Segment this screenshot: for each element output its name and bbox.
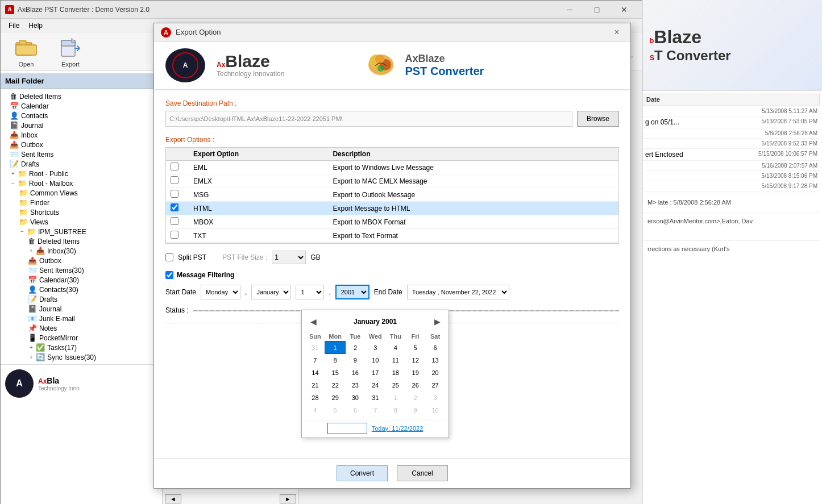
export-row-msg[interactable]: MSG Export to Outlook Message [166, 188, 618, 202]
cal-day-31[interactable]: 31 [365, 391, 385, 404]
menu-help[interactable]: Help [24, 20, 47, 31]
folder-item-outbox[interactable]: 📤 Outbox [1, 140, 162, 149]
pst-size-select[interactable]: 1 [272, 251, 306, 264]
cal-day-30[interactable]: 30 [345, 391, 365, 404]
folder-item-inbox[interactable]: 📥 Inbox [1, 130, 162, 140]
cal-today-input[interactable] [327, 423, 367, 434]
cal-day-12[interactable]: 12 [405, 354, 425, 366]
cal-day-14[interactable]: 14 [305, 366, 325, 379]
cal-day-3-next[interactable]: 3 [425, 391, 445, 404]
cal-day-3[interactable]: 3 [365, 341, 385, 354]
check-mbox[interactable] [171, 217, 178, 225]
cal-day-22[interactable]: 22 [325, 379, 346, 391]
start-year-select[interactable]: 2001 [335, 285, 370, 299]
cal-day-2[interactable]: 2 [345, 341, 365, 354]
expand-ipm[interactable]: − [19, 228, 26, 235]
cal-day-15[interactable]: 15 [325, 366, 346, 379]
export-row-eml[interactable]: EML Export to Windows Live Message [166, 161, 618, 174]
folder-item-cal30[interactable]: 📅 Calendar(30) [1, 275, 162, 285]
file-nav-next[interactable]: ► [280, 494, 296, 503]
folder-item-sent[interactable]: 📨 Sent Items [1, 149, 162, 159]
export-row-emlx[interactable]: EMLX Export to MAC EMLX Message [166, 174, 618, 188]
folder-item-sent30[interactable]: 📨 Sent Items(30) [1, 265, 162, 275]
check-html[interactable] [171, 203, 178, 211]
start-month-select[interactable]: January [251, 285, 291, 299]
cal-day-23[interactable]: 23 [345, 379, 365, 391]
folder-item-outbox2[interactable]: 📤 Outbox [1, 256, 162, 265]
folder-item-deleted-2[interactable]: 🗑 Deleted Items [1, 236, 162, 246]
dialog-close-button[interactable]: × [610, 26, 624, 39]
cal-day-2-next[interactable]: 2 [405, 391, 425, 404]
browse-button[interactable]: Browse [577, 111, 619, 127]
cal-today-button[interactable]: Today: 11/22/2022 [372, 425, 424, 432]
cal-day-6-next[interactable]: 6 [345, 404, 365, 416]
cal-day-5[interactable]: 5 [405, 341, 425, 354]
maximize-button[interactable]: □ [584, 1, 610, 18]
cal-day-27[interactable]: 27 [425, 379, 445, 391]
folder-item-journal2[interactable]: 📓 Journal [1, 304, 162, 314]
cal-day-1-next[interactable]: 1 [385, 391, 405, 404]
cal-day-26[interactable]: 26 [405, 379, 425, 391]
folder-item-drafts2[interactable]: 📝 Drafts [1, 294, 162, 304]
start-day-select[interactable]: Monday [201, 285, 240, 299]
cal-day-6[interactable]: 6 [425, 341, 445, 354]
folder-item-pocketmirror[interactable]: 📱 PocketMirror [1, 333, 162, 343]
expand-sync30[interactable]: + [28, 354, 35, 361]
cal-day-8[interactable]: 8 [325, 354, 346, 366]
export-row-txt[interactable]: TXT Export to Text Format [166, 229, 618, 243]
folder-item-deleted[interactable]: 🗑 Deleted Items [1, 91, 162, 101]
message-filter-checkbox[interactable] [165, 271, 173, 279]
folder-item-drafts[interactable]: 📝 Drafts [1, 159, 162, 169]
cal-day-9-next[interactable]: 9 [405, 404, 425, 416]
open-button[interactable]: Open [10, 33, 43, 70]
cal-day-20[interactable]: 20 [425, 366, 445, 379]
cal-day-17[interactable]: 17 [365, 366, 385, 379]
file-nav-prev[interactable]: ◄ [165, 494, 181, 503]
folder-item-common-views[interactable]: 📁 Common Views [1, 188, 162, 198]
expand-tasks17[interactable]: + [28, 344, 35, 351]
folder-item-contacts30[interactable]: 👤 Contacts(30) [1, 285, 162, 294]
cal-day-29[interactable]: 29 [325, 391, 346, 404]
folder-item-calendar[interactable]: 📅 Calendar [1, 101, 162, 111]
expand-inbox30[interactable]: + [28, 248, 35, 255]
export-row-rtf[interactable]: RTF Export to Rich Text Format [166, 243, 618, 244]
expand-root-public[interactable]: + [10, 170, 16, 177]
cal-day-28[interactable]: 28 [305, 391, 325, 404]
cal-day-13[interactable]: 13 [425, 354, 445, 366]
expand-root-mailbox[interactable]: − [10, 180, 16, 187]
cal-day-18[interactable]: 18 [385, 366, 405, 379]
cal-prev-button[interactable]: ◀ [308, 316, 319, 327]
cal-day-11[interactable]: 11 [385, 354, 405, 366]
folder-item-journal[interactable]: 📓 Journal [1, 120, 162, 130]
export-button[interactable]: Export [54, 33, 87, 70]
end-date-select[interactable]: Tuesday , November 22, 2022 [407, 285, 509, 299]
folder-item-finder[interactable]: 📁 Finder [1, 198, 162, 207]
cal-day-10[interactable]: 10 [365, 354, 385, 366]
start-daynum-select[interactable]: 1 [296, 285, 324, 299]
folder-item-ipm-subtree[interactable]: − 📁 IPM_SUBTREE [1, 227, 162, 236]
cal-day-10-next[interactable]: 10 [425, 404, 445, 416]
cal-day-8-next[interactable]: 8 [385, 404, 405, 416]
cal-day-25[interactable]: 25 [385, 379, 405, 391]
cal-next-button[interactable]: ▶ [431, 316, 443, 327]
folder-item-shortcuts[interactable]: 📁 Shortcuts [1, 207, 162, 217]
cal-day-7-next[interactable]: 7 [365, 404, 385, 416]
folder-item-junk[interactable]: 📧 Junk E-mail [1, 314, 162, 323]
cal-day-5-next[interactable]: 5 [325, 404, 346, 416]
folder-item-root-public[interactable]: + 📁 Root - Public [1, 169, 162, 178]
folder-item-inbox30[interactable]: + 📥 Inbox(30) [1, 246, 162, 256]
close-button[interactable]: ✕ [611, 1, 637, 18]
export-row-html[interactable]: HTML Export Message to HTML [166, 202, 618, 215]
menu-file[interactable]: File [4, 20, 24, 31]
save-path-input[interactable] [165, 111, 572, 127]
cancel-button[interactable]: Cancel [397, 465, 448, 481]
cal-day-31-prev[interactable]: 31 [305, 341, 325, 354]
cal-day-21[interactable]: 21 [305, 379, 325, 391]
folder-item-views[interactable]: 📁 Views [1, 217, 162, 227]
cal-day-7[interactable]: 7 [305, 354, 325, 366]
convert-button[interactable]: Convert [337, 465, 388, 481]
cal-day-19[interactable]: 19 [405, 366, 425, 379]
check-msg[interactable] [171, 190, 178, 198]
cal-day-4[interactable]: 4 [385, 341, 405, 354]
folder-item-notes[interactable]: 📌 Notes [1, 323, 162, 333]
